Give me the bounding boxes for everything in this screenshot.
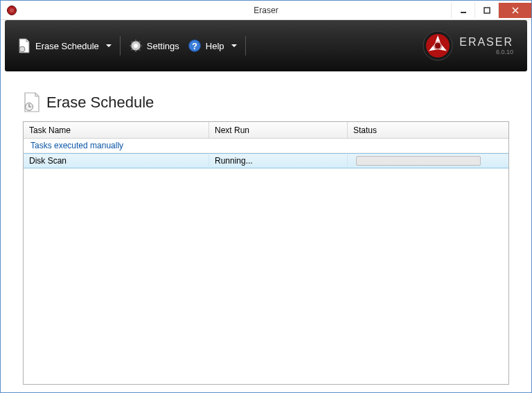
schedule-document-icon (23, 92, 41, 113)
svg-point-19 (434, 42, 441, 49)
chevron-down-icon (231, 44, 237, 47)
column-next-run[interactable]: Next Run (209, 122, 348, 138)
svg-text:?: ? (192, 41, 197, 51)
erase-schedule-menu[interactable]: Erase Schedule (13, 35, 116, 56)
settings-label: Settings (147, 41, 179, 51)
cell-next-run: Running... (209, 155, 348, 167)
brand: ERASER 6.0.10 (422, 30, 519, 62)
table-header: Task Name Next Run Status (24, 122, 508, 139)
close-button[interactable] (498, 3, 531, 18)
svg-line-13 (139, 42, 141, 43)
titlebar: Eraser (1, 1, 531, 20)
settings-menu[interactable]: Settings (125, 36, 184, 55)
column-task-name[interactable]: Task Name (24, 122, 209, 138)
page-header: Erase Schedule (23, 92, 509, 113)
brand-version: 6.0.10 (459, 49, 513, 55)
window-title: Eraser (254, 6, 278, 15)
chevron-down-icon (106, 44, 112, 47)
minimize-button[interactable] (451, 3, 475, 18)
cell-status (348, 155, 508, 167)
toolbar: Erase Schedule Settings ? H (5, 20, 527, 71)
separator (245, 36, 246, 55)
progress-bar (356, 156, 481, 166)
table-row[interactable]: Disk Scan Running... (24, 153, 508, 168)
content-area: Erase Schedule Task Name Next Run Status… (9, 80, 523, 393)
svg-rect-2 (461, 12, 466, 13)
help-icon: ? (188, 39, 202, 53)
help-menu[interactable]: ? Help (184, 36, 241, 55)
app-icon (6, 5, 17, 16)
gear-icon (129, 39, 143, 53)
cell-task-name: Disk Scan (24, 155, 209, 167)
schedule-table: Task Name Next Run Status Tasks executed… (23, 121, 509, 385)
erase-schedule-label: Erase Schedule (35, 41, 99, 51)
svg-line-12 (139, 49, 141, 51)
brand-name: ERASER (459, 36, 513, 49)
separator (120, 36, 121, 55)
document-icon (17, 38, 31, 53)
brand-logo-icon (422, 30, 454, 62)
help-label: Help (206, 41, 224, 51)
column-status[interactable]: Status (348, 122, 508, 138)
svg-line-11 (131, 42, 132, 43)
svg-rect-3 (484, 8, 490, 13)
group-row[interactable]: Tasks executed manually (24, 139, 508, 153)
page-title: Erase Schedule (46, 94, 154, 112)
svg-point-4 (19, 46, 25, 52)
svg-point-1 (10, 8, 14, 12)
window-controls (451, 3, 531, 18)
svg-point-6 (134, 44, 138, 48)
maximize-button[interactable] (475, 3, 498, 18)
svg-line-14 (131, 49, 132, 51)
